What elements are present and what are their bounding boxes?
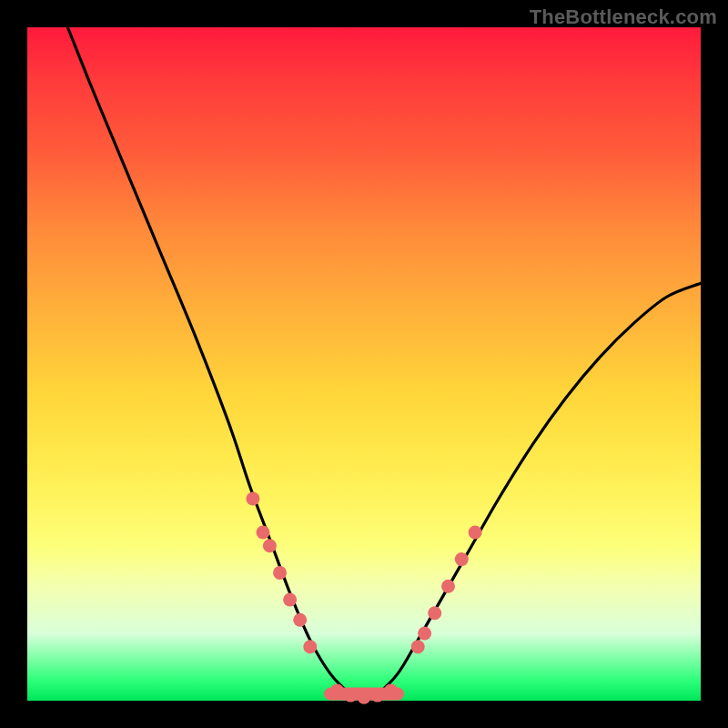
curve-marker — [263, 539, 277, 552]
curve-marker — [428, 606, 441, 620]
chart-plot-area — [27, 27, 701, 701]
curve-marker — [344, 689, 358, 703]
curve-marker — [358, 691, 371, 704]
curve-marker — [293, 613, 307, 627]
curve-marker — [370, 689, 384, 703]
curve-marker — [257, 526, 270, 540]
curve-marker — [469, 526, 482, 540]
bottleneck-curve — [67, 27, 701, 701]
curve-marker — [384, 683, 398, 697]
curve-marker — [330, 683, 344, 697]
curve-marker — [283, 593, 297, 607]
curve-marker — [418, 627, 431, 641]
curve-marker — [273, 566, 287, 580]
curve-marker — [411, 640, 425, 653]
chart-svg — [27, 27, 701, 701]
curve-markers — [246, 492, 481, 704]
curve-marker — [303, 640, 317, 653]
curve-marker — [455, 552, 469, 566]
curve-marker — [441, 580, 455, 593]
chart-frame: TheBottleneck.com — [0, 0, 728, 728]
curve-marker — [246, 492, 259, 506]
watermark-text: TheBottleneck.com — [530, 5, 717, 29]
